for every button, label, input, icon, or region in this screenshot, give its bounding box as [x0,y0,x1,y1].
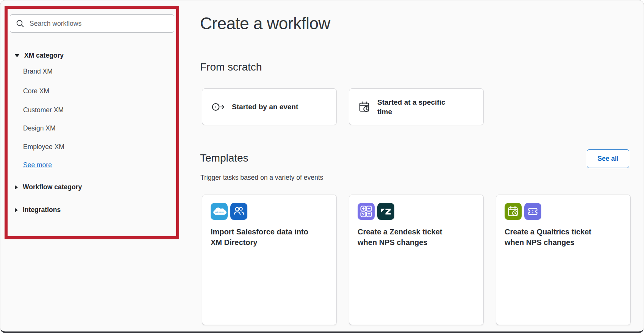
option-label: Started at a specific time [377,97,445,116]
svg-text:salesforce: salesforce [215,211,224,213]
sidebar-group-label: XM category [24,52,64,60]
option-started-by-event[interactable]: Started by an event [202,88,337,125]
template-title: Create a Qualtrics ticket when NPS chang… [505,226,622,248]
option-started-at-time[interactable]: Started at a specific time [349,88,484,125]
template-title: Create a Zendesk ticket when NPS changes [358,226,475,248]
template-card-qualtrics-ticket[interactable]: Create a Qualtrics ticket when NPS chang… [496,195,631,325]
search-input[interactable]: Search workflows [10,14,174,33]
sidebar-item-design-xm[interactable]: Design XM [23,124,56,132]
sidebar-group-xm-category[interactable]: XM category [15,52,64,60]
people-icon [230,203,247,220]
annotation-highlight-box [5,6,179,239]
sidebar-item-brand-xm[interactable]: Brand XM [23,68,53,75]
templates-subtitle: Trigger tasks based on a variety of even… [200,174,323,182]
search-icon [16,19,25,28]
workflows-page: Search workflows XM category Brand XM Co… [0,0,644,333]
template-card-salesforce-import[interactable]: salesforce Import Salesforce data into X… [202,195,337,325]
calendar-clock-icon [505,203,522,220]
sidebar-group-integrations[interactable]: Integrations [15,206,61,214]
salesforce-icon: salesforce [211,203,228,220]
sidebar-item-core-xm[interactable]: Core XM [23,87,49,95]
page-title: Create a workflow [200,14,330,33]
search-placeholder: Search workflows [30,20,81,28]
see-all-button[interactable]: See all [587,149,629,168]
calculator-icon [358,203,375,220]
sidebar-group-label: Integrations [23,206,61,214]
sidebar-item-customer-xm[interactable]: Customer XM [23,106,64,114]
zendesk-icon [377,203,394,220]
option-label: Started by an event [232,102,298,112]
see-more-link[interactable]: See more [23,161,52,169]
ticket-icon [524,203,541,220]
calendar-clock-icon [358,101,370,113]
sidebar-group-workflow-category[interactable]: Workflow category [15,183,82,191]
chevron-down-icon [15,54,19,57]
sidebar-group-label: Workflow category [23,183,82,191]
chevron-right-icon [15,185,18,190]
from-scratch-heading: From scratch [200,61,262,73]
templates-heading: Templates [200,152,249,164]
chevron-right-icon [15,208,18,212]
template-title: Import Salesforce data into XM Directory [211,226,328,248]
sidebar-item-employee-xm[interactable]: Employee XM [23,143,64,151]
template-card-zendesk-ticket[interactable]: Create a Zendesk ticket when NPS changes [349,195,484,325]
workflow-event-icon [211,102,225,112]
